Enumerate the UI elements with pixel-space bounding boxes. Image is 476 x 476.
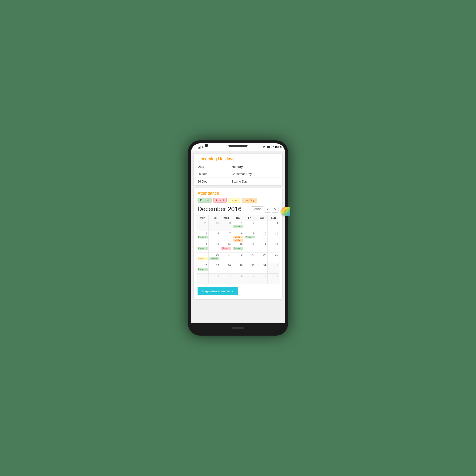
calendar-cell[interactable]: 22 <box>232 253 244 263</box>
calendar-cell[interactable]: 13 <box>208 242 221 253</box>
floating-app-button[interactable] <box>281 207 290 216</box>
calendar-cell[interactable]: 5 <box>232 274 244 284</box>
calendar-cell[interactable]: 1 <box>268 263 279 274</box>
phone-screen: 2:10 PM Upcoming Holidays Date Holiday <box>191 143 285 333</box>
calendar-cell[interactable]: 25 <box>268 253 279 263</box>
holiday-date: 26 Dec <box>194 178 228 186</box>
svg-rect-2 <box>196 146 196 149</box>
calendar-cell[interactable]: 30 <box>244 263 256 274</box>
calendar-cell[interactable]: 28 <box>197 221 209 231</box>
cell-date: 11 <box>268 232 278 235</box>
regularize-button[interactable]: Regularize attendance <box>198 287 238 295</box>
calendar-week-row: 12Present1314Absen15Present161718 <box>197 242 279 253</box>
svg-point-13 <box>286 211 288 213</box>
calendar-cell[interactable]: 1Present <box>232 221 244 231</box>
cell-event: Preser <box>245 236 255 238</box>
calendar-week-row: 26Present27282930311 <box>197 263 279 274</box>
cal-day-header: Fri <box>244 215 256 221</box>
calendar-cell[interactable]: 7 <box>221 231 232 242</box>
calendar-cell[interactable]: 28 <box>221 263 232 274</box>
calendar-cell[interactable]: 23 <box>244 253 256 263</box>
cell-date: 8 <box>268 274 278 278</box>
cell-date: 10 <box>256 232 267 235</box>
cell-event: Absen <box>221 247 231 250</box>
calendar-cell[interactable]: 16 <box>244 242 256 253</box>
phone-device: 2:10 PM Upcoming Holidays Date Holiday <box>188 140 288 336</box>
svg-rect-0 <box>194 148 194 149</box>
calendar-cell[interactable]: 21 <box>221 253 232 263</box>
cell-date: 7 <box>221 232 231 235</box>
holiday-name: Christmas Day <box>228 170 282 178</box>
calendar-cell[interactable]: 6 <box>208 231 221 242</box>
next-month-button[interactable]: > <box>272 206 278 213</box>
phone-bottom <box>191 323 285 333</box>
cell-date: 12 <box>198 243 208 246</box>
today-button[interactable]: today <box>251 206 263 212</box>
attendance-legend: Present Absent Leave Half Day <box>194 198 282 204</box>
cell-date: 8 <box>233 232 243 235</box>
attendance-card: Attendance Present Absent Leave Half Day… <box>194 188 282 299</box>
calendar-cell[interactable]: 7 <box>255 274 268 284</box>
calendar-cell[interactable]: 3 <box>255 221 268 231</box>
screen-content[interactable]: Upcoming Holidays Date Holiday 25 Dec Ch… <box>191 151 285 323</box>
calendar-cell[interactable]: 4 <box>221 274 232 284</box>
calendar-cell[interactable]: 4 <box>268 221 279 231</box>
calendar-cell[interactable]: 26Present <box>197 263 209 274</box>
calendar-cell[interactable]: 9Preser <box>244 231 256 242</box>
calendar-cell[interactable]: 14Absen <box>221 242 232 253</box>
holiday-row: 26 Dec Boxing Day <box>194 178 282 186</box>
calendar-table: MonTueWedThuFriSatSun 2829301Present2345… <box>197 215 279 284</box>
cell-event: Present <box>198 247 208 250</box>
month-nav: today < > <box>251 206 278 213</box>
cell-date: 29 <box>233 264 243 267</box>
calendar-cell[interactable]: 8 <box>268 274 279 284</box>
cell-event: Present <box>233 225 243 228</box>
calendar-cell[interactable]: 15Present <box>232 242 244 253</box>
cell-date: 22 <box>233 253 243 257</box>
status-left <box>194 146 205 149</box>
calendar-cell[interactable]: 8HalfdaHalfda <box>232 231 244 242</box>
battery-icon <box>267 146 272 149</box>
calendar-cell[interactable]: 19Leave <box>197 253 209 263</box>
svg-rect-10 <box>271 147 272 148</box>
attendance-title: Attendance <box>194 188 282 198</box>
legend-absent: Absent <box>213 198 227 203</box>
calendar-cell[interactable]: 30 <box>221 221 232 231</box>
calendar-cell[interactable]: 6 <box>244 274 256 284</box>
cell-date: 17 <box>256 243 267 246</box>
cal-day-header: Thu <box>232 215 244 221</box>
calendar-cell[interactable]: 3 <box>208 274 221 284</box>
calendar-cell[interactable]: 20Present <box>208 253 221 263</box>
cell-date: 5 <box>233 274 243 278</box>
cell-date: 4 <box>221 274 231 278</box>
calendar-cell[interactable]: 2 <box>244 221 256 231</box>
calendar-week-row: 2829301Present234 <box>197 221 279 231</box>
prev-month-button[interactable]: < <box>264 206 271 213</box>
calendar-cell[interactable]: 5Present <box>197 231 209 242</box>
cell-date: 30 <box>221 221 231 225</box>
cell-date: 2 <box>198 274 208 278</box>
calendar-cell[interactable]: 18 <box>268 242 279 253</box>
calendar-cell[interactable]: 31 <box>255 263 268 274</box>
calendar-cell[interactable]: 11 <box>268 231 279 242</box>
calendar-cell[interactable]: 27 <box>208 263 221 274</box>
calendar-cell[interactable]: 29 <box>208 221 221 231</box>
cell-date: 30 <box>245 264 255 267</box>
month-title: December 2016 <box>198 205 241 213</box>
cell-event: Halfda <box>233 239 243 241</box>
calendar-cell[interactable]: 10 <box>255 231 268 242</box>
holidays-card: Upcoming Holidays Date Holiday 25 Dec Ch… <box>194 154 282 185</box>
calendar-week-row: 2345678 <box>197 274 279 284</box>
calendar-cell[interactable]: 29 <box>232 263 244 274</box>
calendar-cell[interactable]: 12Present <box>197 242 209 253</box>
calendar-cell[interactable]: 2 <box>197 274 209 284</box>
svg-point-14 <box>284 211 285 213</box>
cal-day-header: Sat <box>255 215 268 221</box>
calendar-cell[interactable]: 24 <box>255 253 268 263</box>
cell-event: Present <box>198 268 208 271</box>
calendar-week-row: 19Leave20Present2122232425 <box>197 253 279 263</box>
cell-date: 28 <box>198 221 208 225</box>
cal-day-header: Wed <box>221 215 232 221</box>
cell-date: 24 <box>256 253 267 257</box>
calendar-cell[interactable]: 17 <box>255 242 268 253</box>
